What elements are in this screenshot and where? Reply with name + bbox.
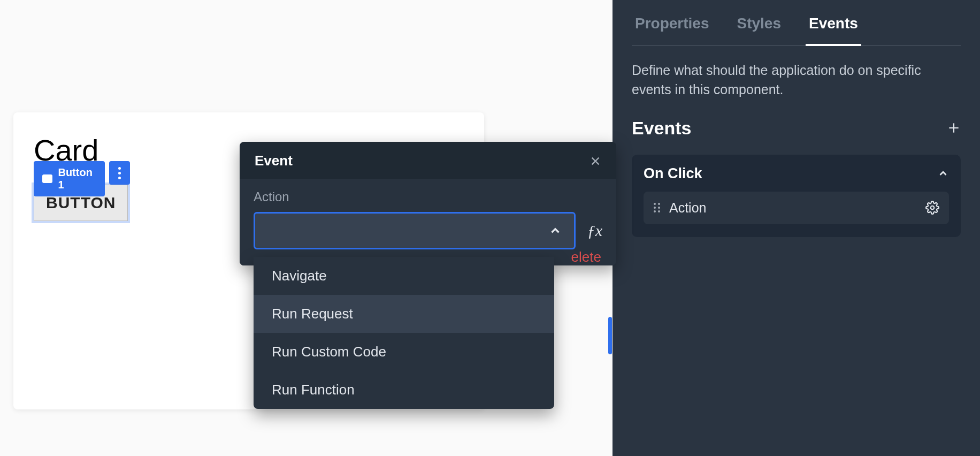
- action-dropdown: Navigate Run Request Run Custom Code Run…: [254, 257, 554, 409]
- popover-close-button[interactable]: [589, 155, 601, 167]
- svg-point-4: [654, 207, 656, 209]
- action-settings-button[interactable]: [925, 201, 939, 215]
- svg-point-6: [654, 210, 656, 212]
- dropdown-option-navigate[interactable]: Navigate: [254, 257, 554, 295]
- svg-point-3: [658, 203, 660, 205]
- svg-point-5: [658, 207, 660, 209]
- select-chevron: [548, 224, 562, 238]
- action-row-left: Action: [653, 200, 706, 216]
- popover-body: Action ƒx elete: [240, 179, 616, 265]
- events-description: Define what should the application do on…: [632, 60, 961, 100]
- tab-styles[interactable]: Styles: [734, 7, 785, 45]
- dropdown-option-run-function[interactable]: Run Function: [254, 371, 554, 409]
- plus-icon: [947, 121, 961, 135]
- event-block-header[interactable]: On Click: [644, 165, 949, 182]
- action-row-label: Action: [669, 200, 706, 216]
- popover-header: Event: [240, 142, 616, 179]
- events-section-header: Events: [632, 118, 961, 139]
- collapse-button[interactable]: [937, 168, 949, 179]
- tab-properties[interactable]: Properties: [632, 7, 713, 45]
- inspector-panel: Properties Styles Events Define what sho…: [612, 0, 980, 456]
- action-field-label: Action: [254, 189, 602, 204]
- scrollbar-thumb[interactable]: [608, 317, 612, 354]
- popover-title: Event: [255, 153, 293, 169]
- button-component-wrap: Button 1 BUTTON: [34, 185, 128, 221]
- close-icon: [589, 155, 601, 167]
- action-select-row: ƒx: [254, 212, 602, 249]
- gear-icon: [925, 201, 939, 215]
- vertical-dots-icon: [118, 167, 121, 179]
- dropdown-option-run-request[interactable]: Run Request: [254, 295, 554, 333]
- event-block-onclick: On Click Action: [632, 155, 961, 237]
- delete-button-partial[interactable]: elete: [571, 249, 601, 265]
- chevron-up-icon: [937, 168, 949, 179]
- fx-button[interactable]: ƒx: [587, 222, 602, 240]
- svg-point-7: [658, 210, 660, 212]
- svg-point-8: [931, 206, 935, 210]
- drag-handle-icon[interactable]: [653, 202, 661, 214]
- event-popover: Event Action ƒx elete: [240, 142, 616, 265]
- action-select[interactable]: [254, 212, 576, 249]
- chevron-up-icon: [548, 224, 562, 238]
- svg-point-2: [654, 203, 656, 205]
- dropdown-option-run-custom-code[interactable]: Run Custom Code: [254, 333, 554, 371]
- component-selection-tag: Button 1: [34, 161, 130, 196]
- component-label-pill[interactable]: Button 1: [34, 161, 105, 196]
- event-name: On Click: [644, 165, 702, 182]
- tab-events[interactable]: Events: [806, 7, 861, 46]
- events-heading: Events: [632, 118, 692, 139]
- add-event-button[interactable]: [947, 121, 961, 135]
- action-row[interactable]: Action: [644, 192, 949, 224]
- component-menu-button[interactable]: [109, 161, 130, 185]
- button-type-icon: [42, 174, 52, 183]
- component-label-text: Button 1: [58, 166, 96, 191]
- panel-tabs: Properties Styles Events: [632, 7, 961, 45]
